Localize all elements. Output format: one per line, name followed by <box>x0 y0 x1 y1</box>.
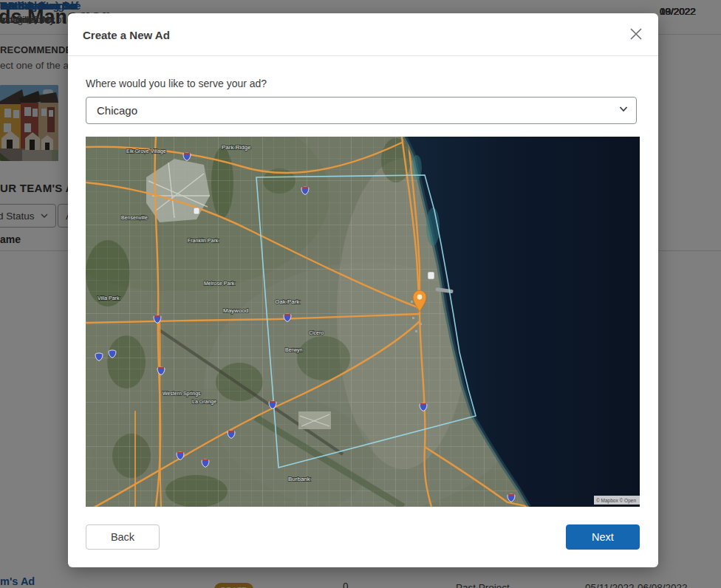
svg-text:Oak Park: Oak Park <box>275 298 300 305</box>
svg-text:Bensenville: Bensenville <box>121 215 148 220</box>
svg-text:© Mapbox © Open: © Mapbox © Open <box>596 498 636 504</box>
svg-text:Berwyn: Berwyn <box>285 347 302 353</box>
svg-text:Villa Park: Villa Park <box>98 295 120 301</box>
back-button[interactable]: Back <box>86 524 160 550</box>
svg-text:Western Springs: Western Springs <box>163 391 201 397</box>
us-route-shield-icon <box>194 208 199 214</box>
svg-text:Elk Grove Village: Elk Grove Village <box>126 148 166 154</box>
midway-airport <box>298 411 331 429</box>
svg-text:Franklin Park: Franklin Park <box>188 238 219 243</box>
next-button[interactable]: Next <box>566 524 640 550</box>
svg-text:Melrose Park: Melrose Park <box>204 281 235 286</box>
svg-text:La Grange: La Grange <box>192 399 216 405</box>
region-select[interactable]: Chicago <box>86 97 637 124</box>
map-canvas[interactable]: Elk Grove Village Park Ridge Bensenville… <box>86 137 640 507</box>
svg-text:Maywood: Maywood <box>223 307 248 314</box>
modal-title: Create a New Ad <box>83 29 170 41</box>
svg-text:Park Ridge: Park Ridge <box>222 144 251 151</box>
create-ad-modal: Create a New Ad Where would you like to … <box>68 13 658 567</box>
map-attribution[interactable]: © Mapbox © Open <box>594 496 640 505</box>
us-route-shield-icon <box>428 272 434 279</box>
serve-location-label: Where would you like to serve your ad? <box>86 78 267 89</box>
svg-text:Cicero: Cicero <box>309 330 324 335</box>
modal-header: Create a New Ad <box>68 13 658 56</box>
close-icon <box>629 27 643 41</box>
screen: ds Manager RECOMMENDE ect one of the a <box>0 0 721 588</box>
svg-text:Burbank: Burbank <box>288 476 311 482</box>
close-button[interactable] <box>624 22 648 46</box>
